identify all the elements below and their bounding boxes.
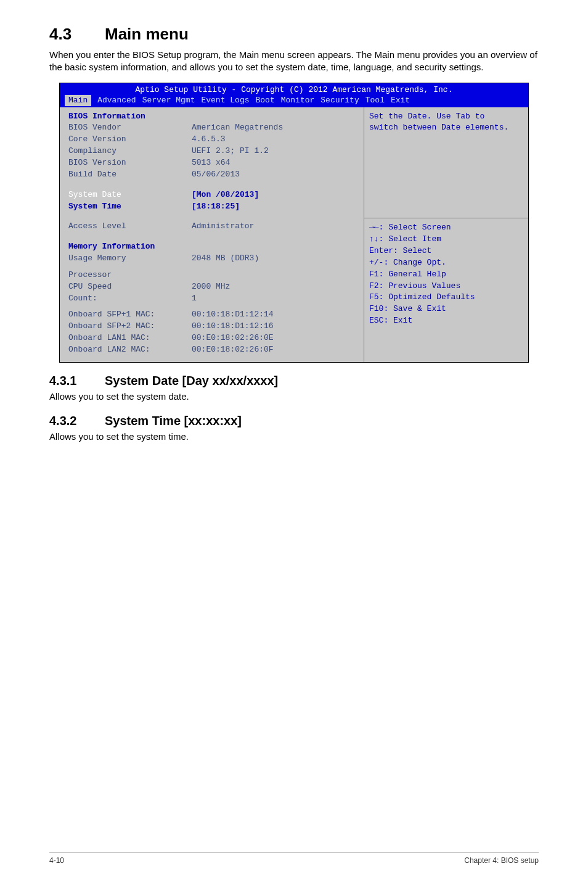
menu-exit[interactable]: Exit	[391, 95, 410, 106]
cpu-speed-label: CPU Speed	[68, 281, 192, 293]
menu-main[interactable]: Main	[65, 95, 91, 106]
bios-version-value: 5013 x64	[192, 157, 359, 169]
subsection-1-title: System Date [Day xx/xx/xxxx]	[105, 374, 278, 387]
bios-left-pane: BIOS Information BIOS Vendor American Me…	[60, 107, 364, 362]
key-select-item: ↑↓: Select Item	[369, 234, 522, 245]
compliancy-label: Compliancy	[68, 146, 192, 157]
bios-body: BIOS Information BIOS Vendor American Me…	[60, 107, 528, 362]
key-esc: ESC: Exit	[369, 315, 522, 327]
bios-version-label: BIOS Version	[68, 157, 192, 169]
bios-title: Aptio Setup Utility - Copyright (C) 2012…	[63, 85, 525, 96]
page-number: 4-10	[49, 856, 64, 865]
subsection-2-title: System Time [xx:xx:xx]	[105, 414, 242, 427]
bios-right-pane: Set the Date. Use Tab to switch between …	[364, 107, 528, 362]
memory-info-header: Memory Information	[68, 241, 192, 253]
mac1-value: 00:10:18:D1:12:14	[192, 309, 359, 321]
build-date-label: Build Date	[68, 169, 192, 181]
bios-screenshot: Aptio Setup Utility - Copyright (C) 2012…	[59, 83, 529, 363]
compliancy-value: UEFI 2.3; PI 1.2	[192, 146, 359, 157]
usage-memory-label: Usage Memory	[68, 253, 192, 265]
mac4-value: 00:E0:18:02:26:0F	[192, 344, 359, 356]
mac1-label: Onboard SFP+1 MAC:	[68, 309, 192, 321]
help-text-1: Set the Date. Use Tab to	[369, 111, 522, 123]
subsection-1-text: Allows you to set the system date.	[49, 390, 539, 403]
bios-info-header: BIOS Information	[68, 111, 192, 123]
bios-titlebar: Aptio Setup Utility - Copyright (C) 2012…	[60, 83, 528, 107]
menu-security[interactable]: Security	[321, 95, 359, 106]
key-f10: F10: Save & Exit	[369, 303, 522, 315]
count-value: 1	[192, 293, 359, 305]
subsection-2-text: Allows you to set the system time.	[49, 431, 539, 443]
core-version-value: 4.6.5.3	[192, 134, 359, 146]
key-f2: F2: Previous Values	[369, 281, 522, 292]
section-title: Main menu	[105, 25, 189, 43]
section-number: 4.3	[49, 25, 105, 44]
count-label: Count:	[68, 293, 192, 305]
access-level-label: Access Level	[68, 221, 192, 233]
key-change-opt: +/-: Change Opt.	[369, 257, 522, 269]
key-f1: F1: General Help	[369, 269, 522, 281]
bios-vendor-label: BIOS Vendor	[68, 122, 192, 134]
mac2-label: Onboard SFP+2 MAC:	[68, 321, 192, 332]
menu-boot[interactable]: Boot	[255, 95, 274, 106]
mac3-label: Onboard LAN1 MAC:	[68, 332, 192, 344]
access-level-value: Administrator	[192, 221, 359, 233]
menu-monitor[interactable]: Monitor	[281, 95, 315, 106]
help-text-2: switch between Date elements.	[369, 122, 522, 134]
build-date-value: 05/06/2013	[192, 169, 359, 181]
bios-menu: Main Advanced Server Mgmt Event Logs Boo…	[63, 95, 525, 107]
processor-header: Processor	[68, 270, 192, 281]
mac4-label: Onboard LAN2 MAC:	[68, 344, 192, 356]
system-time-label[interactable]: System Time	[68, 201, 192, 213]
menu-event-logs[interactable]: Event Logs	[201, 95, 249, 106]
page-footer: 4-10 Chapter 4: BIOS setup	[49, 852, 539, 865]
page: 4.3Main menu When you enter the BIOS Set…	[0, 0, 588, 887]
mac2-value: 00:10:18:D1:12:16	[192, 321, 359, 332]
key-f5: F5: Optimized Defaults	[369, 292, 522, 303]
menu-advanced[interactable]: Advanced	[97, 95, 136, 106]
subsection-2-heading: 4.3.2System Time [xx:xx:xx]	[49, 414, 539, 428]
subsection-1-heading: 4.3.1System Date [Day xx/xx/xxxx]	[49, 374, 539, 388]
section-intro: When you enter the BIOS Setup program, t…	[49, 49, 539, 74]
key-enter: Enter: Select	[369, 245, 522, 257]
usage-memory-value: 2048 MB (DDR3)	[192, 253, 359, 265]
system-date-label[interactable]: System Date	[68, 189, 192, 201]
section-heading: 4.3Main menu	[49, 25, 539, 44]
menu-tool[interactable]: Tool	[365, 95, 385, 106]
system-date-value[interactable]: [Mon /08/2013]	[192, 189, 359, 201]
mac3-value: 00:E0:18:02:26:0E	[192, 332, 359, 344]
cpu-speed-value: 2000 MHz	[192, 281, 359, 293]
core-version-label: Core Version	[68, 134, 192, 146]
key-select-screen: →←: Select Screen	[369, 222, 522, 234]
menu-server-mgmt[interactable]: Server Mgmt	[142, 95, 195, 106]
subsection-2-number: 4.3.2	[49, 414, 105, 428]
subsection-1-number: 4.3.1	[49, 374, 105, 388]
help-divider	[364, 218, 528, 218]
system-time-value[interactable]: [18:18:25]	[192, 201, 359, 213]
chapter-label: Chapter 4: BIOS setup	[464, 856, 539, 865]
bios-vendor-value: American Megatrends	[192, 122, 359, 134]
